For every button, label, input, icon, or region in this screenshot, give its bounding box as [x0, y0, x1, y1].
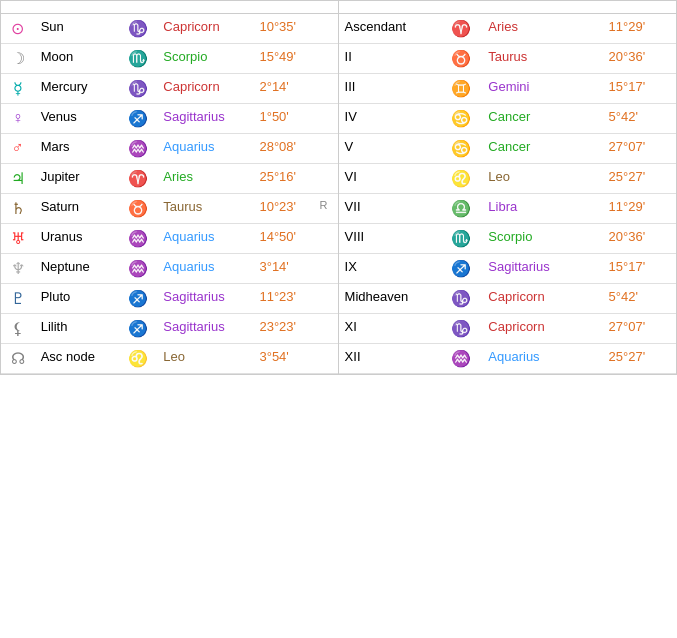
house-sign-icon: ♋ [440, 104, 483, 134]
sign-name: Sagittarius [157, 284, 253, 314]
house-name: VIII [339, 224, 440, 254]
house-sign: Cancer [482, 134, 602, 164]
sign-name: Sagittarius [157, 314, 253, 344]
sign-icon: ♒ [119, 224, 157, 254]
house-sign: Aries [482, 14, 602, 44]
house-degree: 20°36' [603, 224, 676, 254]
sign-name: Aquarius [157, 224, 253, 254]
retrograde [314, 344, 338, 374]
house-sign: Capricorn [482, 284, 602, 314]
house-name: V [339, 134, 440, 164]
degree: 25°16' [253, 164, 313, 194]
planet-name: Lilith [35, 314, 119, 344]
retrograde [314, 224, 338, 254]
retrograde [314, 44, 338, 74]
table-row: ☊ Asc node ♌ Leo 3°54' [1, 344, 338, 374]
right-header [339, 1, 676, 14]
planets-table: ⊙ Sun ♑ Capricorn 10°35' ☽ Moon ♏ Scorpi… [1, 14, 338, 374]
planet-icon: ☿ [1, 74, 35, 104]
house-name: XI [339, 314, 440, 344]
sign-name: Taurus [157, 194, 253, 224]
sign-icon: ♉ [119, 194, 157, 224]
house-sign-icon: ♐ [440, 254, 483, 284]
house-degree: 20°36' [603, 44, 676, 74]
sign-name: Aquarius [157, 254, 253, 284]
retrograde [314, 134, 338, 164]
planet-icon: ⊙ [1, 14, 35, 44]
planet-name: Venus [35, 104, 119, 134]
table-row: ⊙ Sun ♑ Capricorn 10°35' [1, 14, 338, 44]
houses-table: Ascendant ♈ Aries 11°29' II ♉ Taurus 20°… [339, 14, 676, 374]
planet-name: Mars [35, 134, 119, 164]
house-degree: 11°29' [603, 194, 676, 224]
house-sign-icon: ♈ [440, 14, 483, 44]
table-row: VII ♎ Libra 11°29' [339, 194, 676, 224]
house-name: IV [339, 104, 440, 134]
left-header [1, 1, 338, 14]
planet-name: Asc node [35, 344, 119, 374]
house-sign: Sagittarius [482, 254, 602, 284]
planet-name: Sun [35, 14, 119, 44]
table-row: ♃ Jupiter ♈ Aries 25°16' [1, 164, 338, 194]
house-sign: Capricorn [482, 314, 602, 344]
degree: 15°49' [253, 44, 313, 74]
retrograde [314, 164, 338, 194]
sign-name: Capricorn [157, 14, 253, 44]
table-row: Ascendant ♈ Aries 11°29' [339, 14, 676, 44]
sign-icon: ♑ [119, 74, 157, 104]
sign-icon: ♒ [119, 254, 157, 284]
sign-name: Scorpio [157, 44, 253, 74]
house-degree: 11°29' [603, 14, 676, 44]
house-name: Ascendant [339, 14, 440, 44]
house-sign: Libra [482, 194, 602, 224]
planet-icon: ♃ [1, 164, 35, 194]
degree: 14°50' [253, 224, 313, 254]
house-sign-icon: ♏ [440, 224, 483, 254]
planet-icon: ♆ [1, 254, 35, 284]
degree: 1°50' [253, 104, 313, 134]
house-degree: 5°42' [603, 284, 676, 314]
planet-icon: ⚸ [1, 314, 35, 344]
planet-name: Uranus [35, 224, 119, 254]
house-sign-icon: ♑ [440, 314, 483, 344]
table-row: ♄ Saturn ♉ Taurus 10°23' R [1, 194, 338, 224]
table-row: V ♋ Cancer 27°07' [339, 134, 676, 164]
house-degree: 15°17' [603, 74, 676, 104]
degree: 10°23' [253, 194, 313, 224]
planet-icon: ☊ [1, 344, 35, 374]
house-name: XII [339, 344, 440, 374]
planet-name: Mercury [35, 74, 119, 104]
sign-name: Aquarius [157, 134, 253, 164]
house-degree: 25°27' [603, 164, 676, 194]
sign-icon: ♐ [119, 284, 157, 314]
sign-icon: ♐ [119, 314, 157, 344]
planet-icon: ♀ [1, 104, 35, 134]
house-name: III [339, 74, 440, 104]
degree: 11°23' [253, 284, 313, 314]
house-sign: Gemini [482, 74, 602, 104]
planet-name: Moon [35, 44, 119, 74]
table-row: ♀ Venus ♐ Sagittarius 1°50' [1, 104, 338, 134]
house-degree: 15°17' [603, 254, 676, 284]
house-sign-icon: ♌ [440, 164, 483, 194]
sign-icon: ♒ [119, 134, 157, 164]
planet-icon: ☽ [1, 44, 35, 74]
house-sign-icon: ♎ [440, 194, 483, 224]
retrograde [314, 104, 338, 134]
house-name: VI [339, 164, 440, 194]
table-row: ⚸ Lilith ♐ Sagittarius 23°23' [1, 314, 338, 344]
table-row: ♂ Mars ♒ Aquarius 28°08' [1, 134, 338, 164]
sign-name: Sagittarius [157, 104, 253, 134]
sign-icon: ♏ [119, 44, 157, 74]
house-sign-icon: ♊ [440, 74, 483, 104]
retrograde [314, 284, 338, 314]
degree: 23°23' [253, 314, 313, 344]
house-name: II [339, 44, 440, 74]
planet-icon: ♅ [1, 224, 35, 254]
planet-name: Saturn [35, 194, 119, 224]
house-degree: 27°07' [603, 314, 676, 344]
retrograde [314, 14, 338, 44]
table-row: XII ♒ Aquarius 25°27' [339, 344, 676, 374]
planet-name: Neptune [35, 254, 119, 284]
sign-icon: ♈ [119, 164, 157, 194]
